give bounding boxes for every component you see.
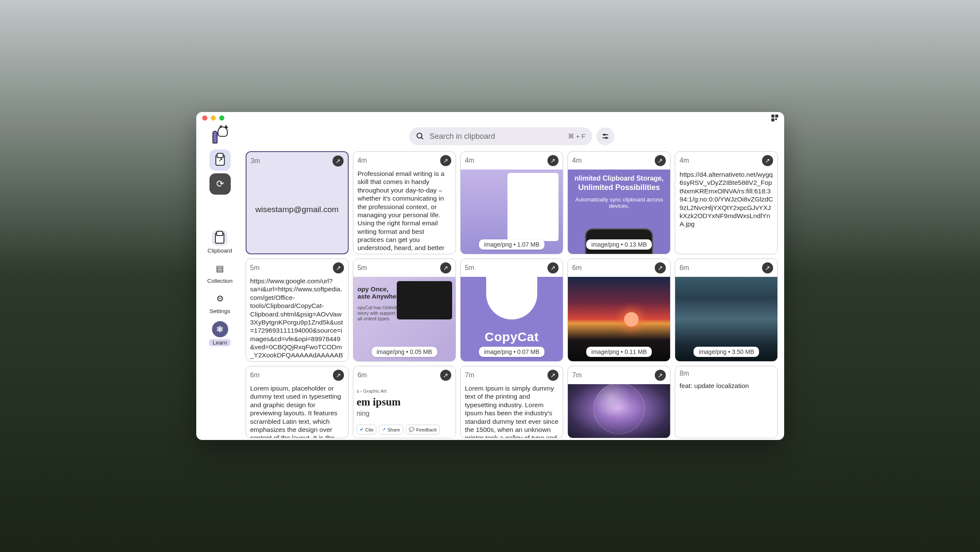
card-timestamp: 6m — [679, 264, 689, 272]
card-timestamp: 5m — [465, 264, 474, 272]
card-timestamp: 5m — [358, 264, 367, 272]
clipboard-card[interactable]: 7m↗Lorem Ipsum is simply dummy text of t… — [460, 366, 563, 438]
card-image-body: opy Once,aste AnywhereopyCat has Unlimit… — [353, 277, 456, 361]
maximize-window-button[interactable] — [219, 115, 224, 121]
open-card-button[interactable]: ↗ — [440, 370, 451, 381]
arrow-up-right-icon: ↗ — [443, 372, 448, 379]
card-header: 4m↗ — [568, 152, 670, 170]
arrow-up-right-icon: ↗ — [443, 264, 448, 271]
close-window-button[interactable] — [202, 115, 207, 121]
svg-point-0 — [417, 133, 422, 138]
open-card-button[interactable]: ↗ — [655, 370, 666, 381]
card-image-body: image/png • 3.50 MB — [675, 277, 777, 361]
open-card-button[interactable]: ↗ — [547, 155, 559, 166]
open-card-button[interactable]: ↗ — [333, 370, 344, 381]
svg-line-1 — [421, 138, 423, 139]
topbar: ⌘ + F — [244, 126, 780, 150]
nav-learn[interactable]: ❃ Learn — [209, 321, 231, 346]
card-timestamp: 8m — [679, 370, 689, 377]
card-text-body: https://www.google.com/url?sa=i&url=http… — [246, 277, 348, 361]
thumb-google-result: s › Graphic Artem ipsumning✔ Cite↗ Share… — [353, 384, 456, 438]
nav-label: Learn — [209, 339, 231, 346]
clipboard-card[interactable]: 6m↗image/png • 3.50 MB — [675, 259, 778, 362]
clipboard-card[interactable]: 6m↗s › Graphic Artem ipsumning✔ Cite↗ Sh… — [353, 366, 456, 438]
open-card-button[interactable]: ↗ — [440, 262, 451, 273]
card-header: 8m — [675, 366, 777, 381]
open-card-button[interactable]: ↗ — [655, 155, 666, 166]
clipboard-card[interactable]: 8mfeat: update localization — [675, 366, 778, 438]
arrow-up-right-icon: ↗ — [765, 157, 770, 164]
arrow-up-right-icon: ↗ — [765, 264, 770, 271]
card-header: 3m↗ — [246, 152, 348, 170]
clipboard-card[interactable]: 3m↗wisestamp@gmail.com — [246, 151, 349, 254]
clipboard-card[interactable]: 4m↗Professional email writing is a skill… — [353, 151, 456, 254]
open-card-button[interactable]: ↗ — [333, 262, 344, 273]
titlebar — [196, 112, 784, 124]
card-header: 5m↗ — [461, 259, 563, 277]
nav-clipboard[interactable]: Clipboard — [208, 230, 232, 254]
arrow-up-right-icon: ↗ — [658, 157, 663, 164]
card-timestamp: 5m — [250, 264, 260, 272]
card-header: 4m↗ — [675, 152, 777, 170]
card-image-body: nlimited Clipboard Storage,Unlimited Pos… — [568, 170, 670, 254]
search-shortcut: ⌘ + F — [568, 132, 585, 140]
filter-button[interactable] — [596, 127, 614, 145]
open-card-button[interactable]: ↗ — [762, 262, 773, 273]
card-image-body: s › Graphic Artem ipsumning✔ Cite↗ Share… — [353, 384, 456, 438]
image-meta-badge: image/png • 1.07 MB — [479, 239, 544, 250]
open-card-button[interactable]: ↗ — [547, 370, 559, 381]
clipboard-card[interactable]: 7m↗ — [567, 366, 671, 438]
arrow-up-right-icon: ↗ — [550, 264, 556, 271]
nav-collection[interactable]: ▤ Collection — [207, 261, 232, 284]
image-meta-badge: image/png • 3.50 MB — [693, 347, 759, 357]
clipboard-card[interactable]: 5m↗https://www.google.com/url?sa=i&url=h… — [246, 259, 349, 362]
image-meta-badge: image/png • 0.07 MB — [479, 347, 544, 357]
clipboard-card[interactable]: 4m↗nlimited Clipboard Storage,Unlimited … — [567, 151, 671, 254]
open-card-button[interactable]: ↗ — [440, 155, 451, 166]
svg-point-5 — [606, 137, 607, 138]
search-input[interactable] — [430, 132, 563, 141]
arrow-up-right-icon: ↗ — [550, 372, 556, 379]
arrow-up-right-icon: ↗ — [658, 372, 663, 379]
open-card-button[interactable]: ↗ — [655, 262, 666, 273]
arrow-up-right-icon: ↗ — [336, 264, 341, 271]
sync-button[interactable]: ⟳ — [209, 173, 231, 195]
sidebar: ⟳ Clipboard ▤ Collection ⚙ Settings ❃ Le… — [196, 124, 244, 440]
card-header: 5m↗ — [353, 259, 456, 277]
clipboard-card[interactable]: 6m↗Lorem ipsum, placeholder or dummy tex… — [246, 366, 349, 438]
arrow-up-right-icon: ↗ — [443, 157, 448, 164]
arrow-up-right-icon: ↗ — [336, 372, 341, 379]
card-header: 7m↗ — [461, 366, 563, 384]
image-meta-badge: image/png • 0.11 MB — [586, 347, 652, 357]
clipboard-card[interactable]: 4m↗https://d4.alternativeto.net/wygq6syR… — [675, 151, 778, 254]
card-header: 6m↗ — [246, 366, 348, 384]
nav-section: Clipboard ▤ Collection ⚙ Settings ❃ Lear… — [207, 230, 232, 346]
app-window: ⟳ Clipboard ▤ Collection ⚙ Settings ❃ Le… — [196, 112, 784, 440]
learn-icon: ❃ — [216, 324, 224, 334]
open-card-button[interactable]: ↗ — [762, 155, 773, 166]
clipboard-card[interactable]: 5m↗opy Once,aste AnywhereopyCat has Unli… — [353, 259, 456, 362]
layout-toggle-icon[interactable] — [771, 115, 778, 121]
card-image-body: image/png • 1.07 MB — [461, 170, 563, 254]
card-text-body: Lorem ipsum, placeholder or dummy text u… — [246, 384, 348, 438]
search-box[interactable]: ⌘ + F — [409, 127, 592, 145]
card-timestamp: 7m — [572, 371, 582, 379]
clipboard-card[interactable]: 6m↗image/png • 0.11 MB — [567, 259, 671, 362]
minimize-window-button[interactable] — [211, 115, 216, 121]
card-image-body: CopyCatimage/png • 0.07 MB — [461, 277, 563, 361]
card-timestamp: 4m — [679, 157, 689, 164]
sliders-icon — [602, 132, 609, 140]
image-meta-badge: image/png • 0.05 MB — [372, 347, 437, 357]
nav-settings[interactable]: ⚙ Settings — [209, 291, 230, 314]
card-text-body: Professional email writing is a skill th… — [353, 170, 456, 254]
open-card-button[interactable]: ↗ — [332, 155, 344, 167]
arrow-up-right-icon: ↗ — [335, 158, 341, 164]
card-header: 7m↗ — [568, 366, 670, 384]
open-card-button[interactable]: ↗ — [547, 262, 559, 273]
card-text-body: https://d4.alternativeto.net/wygq6syRSV_… — [675, 170, 777, 254]
paste-mode-button[interactable] — [209, 150, 231, 171]
card-text-body: feat: update localization — [675, 381, 777, 438]
clipboard-card[interactable]: 4m↗image/png • 1.07 MB — [460, 151, 563, 254]
nav-label: Collection — [207, 278, 232, 284]
clipboard-card[interactable]: 5m↗CopyCatimage/png • 0.07 MB — [460, 259, 563, 362]
